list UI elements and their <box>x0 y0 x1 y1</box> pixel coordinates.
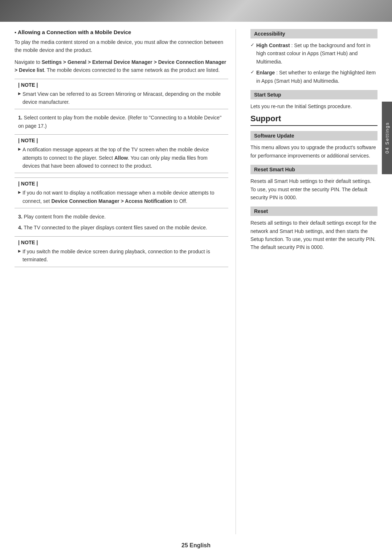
left-column: Allowing a Connection with a Mobile Devi… <box>15 29 236 534</box>
start-setup-bar: Start Setup <box>250 90 377 99</box>
page-number: 25 English <box>181 542 211 549</box>
reset-smart-hub-text: Resets all Smart Hub settings to their d… <box>250 177 377 201</box>
high-contrast-label: High Contrast <box>256 42 290 48</box>
note1-label: | NOTE | <box>18 82 225 88</box>
note3-label: | NOTE | <box>18 181 225 187</box>
note3-bold: Device Connection Manager > Access Notif… <box>51 198 172 204</box>
page-num: 25 <box>181 542 188 548</box>
enlarge-item: Enlarge : Set whether to enlarge the hig… <box>250 69 377 85</box>
support-heading: Support <box>250 114 377 126</box>
para1: To play the media content stored on a mo… <box>15 38 228 54</box>
step1-text: Select content to play from the mobile d… <box>18 115 221 128</box>
note1-box: | NOTE | Smart View can be referred to a… <box>15 79 228 110</box>
step4: 4. The TV connected to the player displa… <box>18 224 228 232</box>
step3-text: Play content from the mobile device. <box>24 214 106 220</box>
page-label: English <box>189 542 211 548</box>
note2-bold: Allow <box>114 155 128 161</box>
step1-num: 1. <box>18 115 23 120</box>
note1-item: Smart View can be referred to as Screen … <box>18 90 225 106</box>
note4-label: | NOTE | <box>18 240 225 245</box>
note3-suffix: to Off. <box>172 198 187 204</box>
right-column: Accessibility High Contrast : Set up the… <box>247 29 377 534</box>
note4-box: | NOTE | If you switch the mobile device… <box>15 236 228 267</box>
accessibility-bar: Accessibility <box>250 29 377 38</box>
note2-item: A notification message appears at the to… <box>18 146 225 170</box>
navigate-text: Navigate to Settings > General > Externa… <box>15 58 228 74</box>
note4-item: If you switch the mobile device screen d… <box>18 248 225 264</box>
high-contrast-item: High Contrast : Set up the background an… <box>250 41 377 66</box>
step4-num: 4. <box>18 225 23 230</box>
step3: 3. Play content from the mobile device. <box>18 213 228 221</box>
note3-box: | NOTE | If you do not want to display a… <box>15 177 228 208</box>
page-content: Allowing a Connection with a Mobile Devi… <box>15 29 377 534</box>
note2-box: | NOTE | A notification message appears … <box>15 134 228 173</box>
mobile-connection-heading: Allowing a Connection with a Mobile Devi… <box>15 29 228 35</box>
reset-smart-hub-bar: Reset Smart Hub <box>250 165 377 174</box>
enlarge-label: Enlarge <box>256 70 275 75</box>
navigate-suffix: . The mobile devices connected to the sa… <box>44 67 220 73</box>
start-setup-text: Lets you re-run the Initial Settings pro… <box>250 102 377 110</box>
chapter-tab-text: 04 Settings <box>384 122 390 154</box>
chapter-tab: 04 Settings <box>382 102 392 174</box>
navigate-prefix: Navigate to <box>15 59 42 65</box>
software-update-text: This menu allows you to upgrade the prod… <box>250 143 377 160</box>
step1: 1. Select content to play from the mobil… <box>18 114 228 130</box>
reset-text: Resets all settings to their default set… <box>250 219 377 252</box>
reset-bar: Reset <box>250 207 377 216</box>
top-decorative-bar <box>0 0 392 22</box>
software-update-bar: Software Update <box>250 131 377 140</box>
note3-item: If you do not want to display a notifica… <box>18 189 225 205</box>
step3-num: 3. <box>18 214 23 220</box>
note2-label: | NOTE | <box>18 138 225 143</box>
step4-text: The TV connected to the player displays … <box>24 225 207 230</box>
